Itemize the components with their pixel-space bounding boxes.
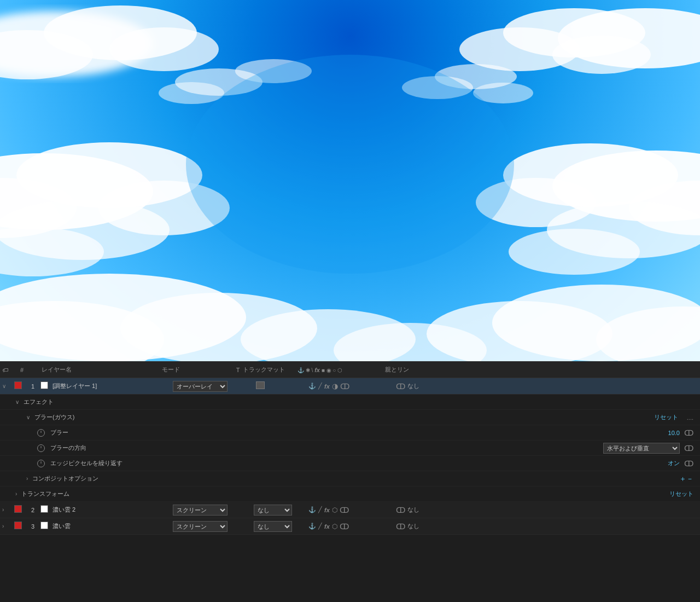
blur-direction-select[interactable]: 水平および垂直 [603, 443, 680, 454]
layer-3-name[interactable]: 濃い雲 [52, 522, 173, 530]
layer-2-mode[interactable]: スクリーン [173, 505, 244, 516]
transform-reset-button[interactable]: リセット [669, 490, 693, 497]
blur-gauss-section-row[interactable]: ∨ ブラー(ガウス) リセット .... [0, 410, 700, 425]
blur-chevron: ∨ [26, 414, 30, 420]
fx-icon-l2: fx [324, 507, 330, 513]
layer-2-parent[interactable]: ↀ なし [396, 506, 440, 514]
layer-1-expand[interactable]: ∨ [2, 383, 14, 389]
layer-1-track [254, 381, 308, 391]
pen-icon-l2: ╱ [318, 506, 322, 513]
blur-options-button[interactable]: .... [687, 414, 693, 421]
layer-2-expand[interactable]: › [2, 507, 14, 513]
fx-icon-layer1: fx [324, 383, 330, 390]
spiral-icon-layer1-parent: ↀ [396, 382, 405, 391]
stopwatch-icon-blur-dir[interactable] [37, 444, 45, 452]
svg-point-10 [159, 82, 224, 104]
chevron-down-icon: ∨ [2, 383, 6, 389]
composite-plus-minus[interactable]: ＋－ [679, 474, 693, 483]
anchor-icon-l3: ⚓ [308, 523, 316, 530]
svg-point-34 [186, 55, 514, 274]
layer-1-mode-select[interactable]: オーバーレイ [173, 381, 228, 392]
svg-point-3 [109, 27, 219, 71]
spiral-icon-l2: ↀ [340, 506, 349, 514]
blur-amount-value[interactable]: 10.0 [668, 430, 680, 436]
layer-1-parent[interactable]: ↀ なし [396, 382, 440, 391]
layer-2-mode-select[interactable]: スクリーン [173, 505, 228, 516]
layer-2-thumb [40, 505, 52, 514]
layer-2-color[interactable] [14, 505, 25, 514]
layer-row-2[interactable]: › 2 濃い雲 2 スクリーン なし ⚓ ╱ fx ⬡ [0, 502, 700, 518]
white-thumb [40, 381, 48, 389]
transform-row[interactable]: › トランスフォーム リセット [0, 487, 700, 502]
layer-2-track-select[interactable]: なし [254, 505, 292, 516]
layer-3-white-thumb [40, 522, 48, 529]
layer-2-expand-icon: › [2, 507, 4, 513]
layer-3-switches: ⚓ ╱ fx ⬡ ↀ [308, 522, 396, 531]
switches-column-header: ⚓ ✱ \ fx ■ ◉ ○ ⬡ [298, 367, 385, 373]
layer-3-thumb [40, 522, 52, 531]
layer-1-mode[interactable]: オーバーレイ [173, 381, 244, 392]
spiral-icon-layer1: ↀ [340, 382, 349, 391]
blur-direction-row: ブラーの方向 水平および垂直 ↀ [0, 441, 700, 456]
svg-point-25 [509, 229, 640, 275]
layer-3-track-select[interactable]: なし [254, 521, 292, 532]
spiral-icon-l2-parent: ↀ [396, 506, 405, 514]
blur-amount-row: ブラー 10.0 ↀ [0, 425, 700, 441]
layer-1-number: 1 [25, 383, 40, 390]
layer-1-thumb [40, 381, 52, 391]
spiral-icon-blur-amount: ↀ [684, 429, 693, 437]
pen-icon: ╱ [318, 383, 322, 390]
column-headers: 🏷 # レイヤー名 モード T トラックマット ⚓ ✱ \ fx ■ ◉ ○ ⬡… [0, 362, 700, 378]
red-color-label [14, 381, 22, 389]
circle-half-icon: ◑ [332, 382, 338, 390]
tag-icon: 🏷 [2, 367, 8, 373]
spiral-icon-blur-dir: ↀ [684, 444, 693, 453]
layer-2-track[interactable]: なし [254, 505, 308, 516]
layer-2-number: 2 [25, 507, 40, 513]
layer-row-3[interactable]: › 3 濃い雲 スクリーン なし ⚓ ╱ fx ⬡ [0, 518, 700, 535]
layer-row-1[interactable]: ∨ 1 [調整レイヤー 1] オーバーレイ ⚓ ╱ fx ◑ ↀ [0, 378, 700, 395]
track-column-header: トラックマット [243, 366, 298, 374]
layer-2-red-label [14, 505, 22, 513]
spiral-icon-l3-parent: ↀ [396, 522, 405, 531]
layer-2-white-thumb [40, 505, 48, 513]
name-column-header: レイヤー名 [42, 366, 162, 374]
effects-chevron: ∨ [15, 399, 19, 405]
layer-3-track[interactable]: なし [254, 521, 308, 532]
stopwatch-icon-edge[interactable] [37, 460, 45, 467]
mode-column-header: モード [162, 366, 233, 374]
cloud-layer [0, 0, 700, 361]
layer-3-expand[interactable]: › [2, 523, 14, 529]
t-column-header: T [233, 367, 243, 373]
stopwatch-icon-blur[interactable] [37, 429, 45, 437]
layer-1-switches: ⚓ ╱ fx ◑ ↀ [308, 382, 396, 391]
layer-1-name[interactable]: [調整レイヤー 1] [52, 382, 173, 390]
layer-3-number: 3 [25, 523, 40, 530]
composite-option-row[interactable]: › コンポジットオプション ＋－ [0, 471, 700, 487]
anchor-icon: ⚓ [308, 383, 316, 390]
layer-3-parent[interactable]: ↀ なし [396, 522, 440, 531]
composite-chevron: › [26, 476, 28, 482]
spiral-icon-edge: ↀ [684, 459, 693, 468]
effects-section-row[interactable]: ∨ エフェクト [0, 395, 700, 410]
layer-1-color-swatch[interactable] [14, 381, 25, 391]
preview-area [0, 0, 700, 361]
layer-2-name[interactable]: 濃い雲 2 [52, 506, 173, 514]
layer-3-mode[interactable]: スクリーン [173, 521, 244, 532]
timeline-panel: 🏷 # レイヤー名 モード T トラックマット ⚓ ✱ \ fx ■ ◉ ○ ⬡… [0, 361, 700, 602]
spiral-icon-l3: ↀ [340, 522, 349, 531]
layer-3-red-label [14, 522, 22, 529]
layer-3-color[interactable] [14, 522, 25, 531]
pen-icon-l3: ╱ [318, 523, 322, 530]
edge-repeat-row: エッジピクセルを繰り返す オン ↀ [0, 456, 700, 471]
layer-3-mode-select[interactable]: スクリーン [173, 521, 228, 532]
layer-3-expand-icon: › [2, 523, 4, 529]
edge-repeat-value[interactable]: オン [668, 459, 680, 467]
transform-chevron: › [15, 491, 17, 497]
layer-2-switches: ⚓ ╱ fx ⬡ ↀ [308, 506, 396, 514]
blur-reset-button[interactable]: リセット [654, 413, 678, 421]
num-column-header: # [14, 367, 30, 373]
parent-column-header: 親とリン [385, 366, 429, 374]
cube-icon-l3: ⬡ [332, 523, 337, 530]
label-column-header: 🏷 [2, 367, 14, 373]
